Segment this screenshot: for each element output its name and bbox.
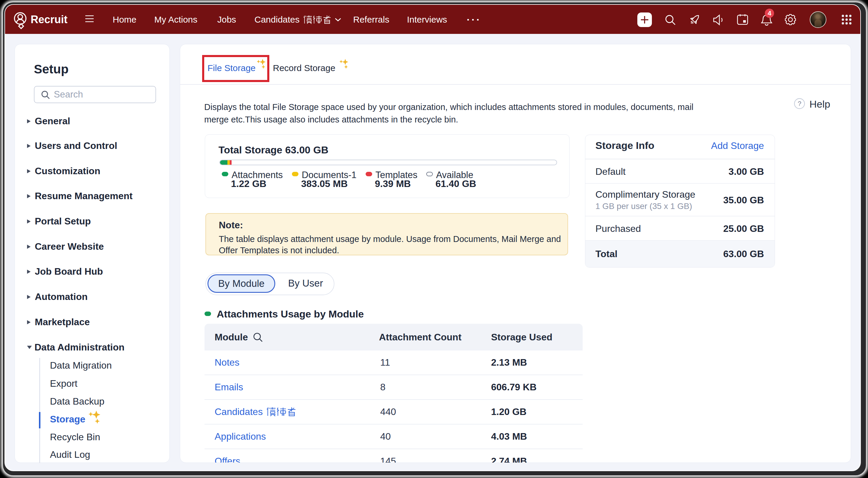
svg-text:?: ? xyxy=(798,100,801,107)
